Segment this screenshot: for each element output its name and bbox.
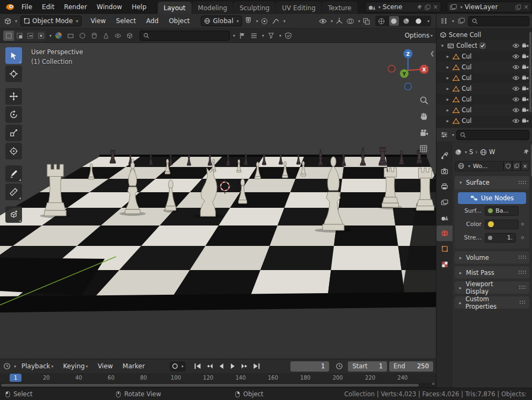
chevron-down-icon[interactable]: ▾ bbox=[256, 19, 258, 24]
tool-icon-cube[interactable] bbox=[125, 31, 134, 40]
menu-render[interactable]: Render bbox=[59, 0, 92, 14]
menu-add[interactable]: Add bbox=[142, 17, 163, 25]
menu-window[interactable]: Window bbox=[92, 0, 127, 14]
tab-render-icon[interactable] bbox=[436, 163, 453, 179]
collection-checkbox[interactable] bbox=[479, 42, 486, 49]
tab-texture-icon[interactable] bbox=[436, 257, 453, 272]
object-name[interactable]: Cul bbox=[462, 117, 472, 125]
panel-grip-icon[interactable] bbox=[518, 270, 526, 275]
object-name[interactable]: Cul bbox=[462, 53, 472, 60]
region-collapse-arrow[interactable]: ❮ bbox=[430, 50, 434, 56]
select-mode-new[interactable] bbox=[3, 31, 14, 41]
strength-field[interactable]: 1. bbox=[485, 233, 516, 243]
panel-grip-icon[interactable] bbox=[519, 300, 526, 305]
camera-visibility-icon[interactable] bbox=[522, 107, 529, 113]
tool-icon-cylinder[interactable] bbox=[89, 31, 99, 40]
play-button[interactable] bbox=[228, 361, 239, 372]
axis-negz-handle[interactable] bbox=[405, 83, 412, 90]
filter-funnel-icon[interactable] bbox=[266, 31, 276, 40]
menu-keying[interactable]: Keying▾ bbox=[59, 362, 92, 370]
properties-search-input[interactable] bbox=[456, 130, 529, 140]
menu-help[interactable]: Help bbox=[127, 0, 151, 14]
tab-object-icon[interactable] bbox=[436, 241, 453, 257]
menu-file[interactable]: File bbox=[17, 0, 37, 14]
chevron-down-icon[interactable]: ▾ bbox=[279, 33, 281, 38]
ortho-grid-icon[interactable] bbox=[418, 143, 429, 155]
expand-caret[interactable]: ▸ bbox=[445, 54, 450, 59]
hide-eye-icon[interactable] bbox=[512, 54, 520, 59]
breadcrumb-world[interactable]: W bbox=[489, 148, 495, 156]
shading-rendered-icon[interactable] bbox=[414, 16, 424, 26]
tool-scale-button[interactable] bbox=[5, 125, 22, 141]
pin-icon[interactable] bbox=[523, 149, 529, 155]
color-swatch[interactable] bbox=[488, 221, 494, 227]
tab-viewlayer-icon[interactable] bbox=[436, 194, 453, 210]
expand-caret[interactable]: ▸ bbox=[445, 107, 450, 113]
current-frame-marker[interactable]: 1 bbox=[10, 374, 21, 382]
collection-name[interactable]: Collect bbox=[456, 42, 477, 49]
play-reverse-button[interactable] bbox=[216, 361, 227, 372]
panel-viewport-display[interactable]: ▸Viewport Display bbox=[455, 281, 529, 294]
fake-user-shield-icon[interactable] bbox=[504, 161, 512, 171]
camera-visibility-icon[interactable] bbox=[522, 43, 529, 48]
breadcrumb-scene[interactable]: S bbox=[469, 148, 473, 156]
current-frame-field[interactable]: 1 bbox=[290, 361, 330, 372]
hide-eye-icon[interactable] bbox=[512, 97, 520, 102]
auto-keying-toggle[interactable]: ▾ bbox=[170, 361, 186, 372]
panel-volume[interactable]: ▸Volume bbox=[455, 251, 529, 264]
copy-icon[interactable] bbox=[425, 4, 431, 10]
gizmos-icon[interactable] bbox=[334, 16, 344, 26]
surface-shader-dropdown[interactable]: Ba... bbox=[485, 206, 519, 216]
camera-visibility-icon[interactable] bbox=[522, 54, 529, 59]
next-keyframe-button[interactable] bbox=[239, 361, 251, 372]
decorator-dot[interactable] bbox=[519, 236, 526, 239]
outliner-object-row[interactable]: ▸Cul bbox=[436, 51, 532, 62]
panel-grip-icon[interactable] bbox=[518, 255, 526, 260]
close-icon[interactable]: × bbox=[523, 3, 529, 11]
copy-icon[interactable] bbox=[515, 4, 521, 10]
tool-cursor-button[interactable] bbox=[5, 66, 22, 82]
falloff-sphere-icon[interactable] bbox=[54, 31, 63, 40]
menu-select[interactable]: Select bbox=[112, 17, 140, 25]
scene-collection-name[interactable]: Scene Coll bbox=[449, 31, 481, 39]
axis-y-handle[interactable]: Y bbox=[400, 69, 409, 78]
zoom-icon[interactable] bbox=[418, 94, 429, 106]
panel-grip-icon[interactable] bbox=[519, 285, 526, 290]
expand-caret[interactable]: ▸ bbox=[445, 97, 450, 102]
tab-modeling[interactable]: Modeling bbox=[192, 2, 234, 14]
use-preview-range-icon[interactable] bbox=[334, 361, 344, 371]
proportional-edit-icon[interactable] bbox=[260, 16, 269, 26]
jump-to-end-button[interactable] bbox=[251, 361, 263, 372]
outliner-scene-collection-row[interactable]: Scene Coll bbox=[436, 30, 532, 40]
hide-eye-icon[interactable] bbox=[512, 75, 520, 81]
tool-icon-plane[interactable] bbox=[65, 31, 75, 40]
tool-select-box-button[interactable] bbox=[5, 47, 22, 64]
display-mode-icon[interactable] bbox=[456, 16, 466, 26]
scene-name[interactable]: Scene bbox=[383, 3, 415, 11]
snap-magnet-icon[interactable] bbox=[244, 16, 253, 26]
outliner-object-row[interactable]: ▸Cul bbox=[436, 115, 532, 126]
scene-selector[interactable]: ▾ Scene × bbox=[365, 2, 442, 12]
chevron-down-icon[interactable]: ▾ bbox=[233, 33, 235, 38]
camera-visibility-icon[interactable] bbox=[522, 75, 529, 81]
prev-keyframe-button[interactable] bbox=[204, 361, 215, 372]
tool-search-input[interactable] bbox=[140, 31, 230, 41]
chevron-down-icon[interactable]: ▾ bbox=[358, 19, 360, 24]
outliner-object-row[interactable]: ▸Cul bbox=[436, 72, 532, 83]
navigation-gizmo[interactable]: Z Y X bbox=[388, 48, 428, 92]
axis-x-handle[interactable]: X bbox=[420, 65, 429, 74]
camera-visibility-icon[interactable] bbox=[522, 118, 529, 123]
tool-add-cube-button[interactable] bbox=[5, 206, 22, 223]
select-mode-invert[interactable] bbox=[35, 31, 46, 41]
timeline-scrollbar[interactable] bbox=[1, 384, 419, 387]
timeline-ruler[interactable]: 1 20406080100120140160180200220240 bbox=[0, 373, 436, 383]
close-icon[interactable]: × bbox=[433, 3, 438, 11]
tool-transform-button[interactable] bbox=[5, 143, 22, 159]
tool-icon-sphere[interactable] bbox=[77, 31, 87, 40]
expand-caret[interactable]: ▸ bbox=[445, 118, 450, 123]
overlays-icon[interactable] bbox=[346, 16, 355, 26]
shading-wireframe-icon[interactable] bbox=[377, 16, 387, 26]
viewlayer-selector[interactable]: ▾ ViewLayer × bbox=[447, 2, 532, 12]
hide-eye-icon[interactable] bbox=[512, 118, 520, 123]
surface-panel-header[interactable]: ▾ Surface bbox=[455, 176, 529, 189]
